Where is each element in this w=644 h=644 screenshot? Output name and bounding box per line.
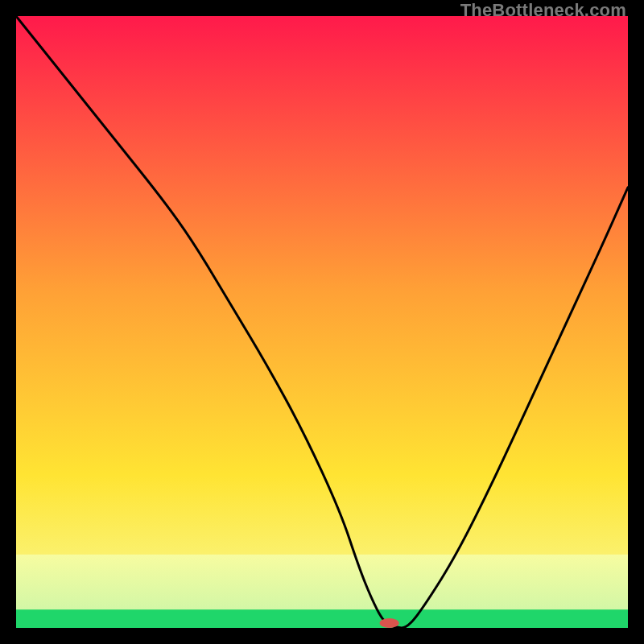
plot-area: [16, 16, 628, 628]
watermark-text: TheBottleneck.com: [460, 0, 626, 21]
gradient-background: [16, 16, 628, 628]
bottleneck-chart: [16, 16, 628, 628]
optimal-point-marker: [380, 618, 399, 628]
optimal-green-band: [16, 609, 628, 628]
pale-threshold-band: [16, 555, 628, 609]
